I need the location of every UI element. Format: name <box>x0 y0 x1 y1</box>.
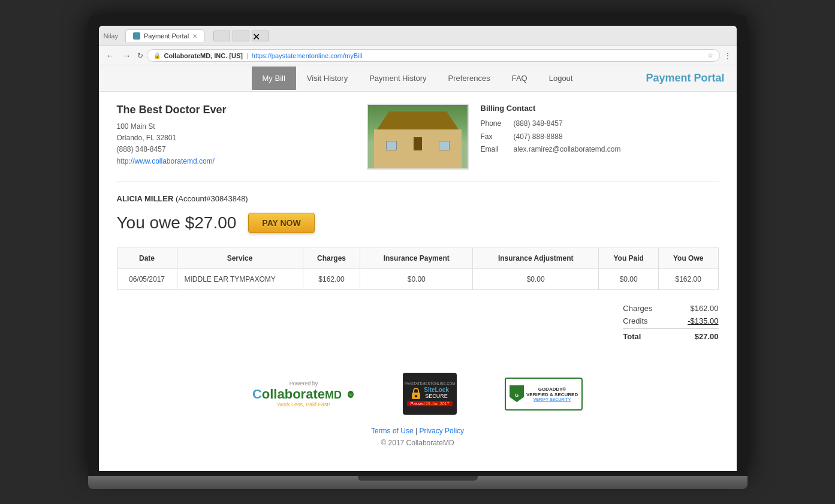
maximize-button[interactable] <box>233 31 249 41</box>
address-url: https://paystatementonline.com/myBill <box>252 52 363 59</box>
table-cell: $0.00 <box>599 269 659 290</box>
total-label: Total <box>623 332 641 341</box>
back-button[interactable]: ← <box>104 50 117 62</box>
sitelock-site-text: SiteLock <box>424 387 449 393</box>
account-close: ) <box>245 194 248 203</box>
credits-row: Credits -$135.00 <box>623 315 718 327</box>
credits-value: -$135.00 <box>677 316 719 325</box>
col-header-ins-payment: Insurance Payment <box>360 248 473 269</box>
table-cell: 06/05/2017 <box>117 269 177 290</box>
godaddy-badge[interactable]: G GODADDY® VERIFIED & SECURED VERIFY SEC… <box>505 378 583 411</box>
lock-icon: 🔒 <box>153 52 161 59</box>
sitelock-badge[interactable]: PAYSTATEMENTONLINE.COM <box>403 373 457 415</box>
godaddy-shield-icon: G <box>510 385 524 402</box>
work-less-text: Work Less, Paid Fast! <box>278 402 330 408</box>
practice-website[interactable]: http://www.collaboratemd.com/ <box>117 157 215 165</box>
total-row: Total $27.00 <box>623 328 718 343</box>
nav-item-logout[interactable]: Logout <box>538 67 584 90</box>
privacy-link[interactable]: Privacy Policy <box>419 427 464 435</box>
patient-name: ALICIA MILLER <box>117 194 174 203</box>
practice-name: The Best Doctor Ever <box>117 104 355 116</box>
sitelock-main-text: SiteLock SECURE <box>424 387 449 399</box>
page-footer: Powered by CollaborateMD Work Less, Paid… <box>117 355 719 459</box>
collaborate-leaf-icon <box>346 388 355 396</box>
godaddy-verify: VERIFY SECURITY <box>526 397 578 402</box>
nav-item-paymenthistory[interactable]: Payment History <box>358 67 437 90</box>
portal-brand: Payment Portal <box>646 72 724 84</box>
address-bar[interactable]: 🔒 CollaborateMD, INC. [US] | https://pay… <box>147 49 720 62</box>
close-button[interactable]: ✕ <box>252 31 269 41</box>
sitelock-lock-icon <box>411 387 421 400</box>
godaddy-text-area: GODADDY® VERIFIED & SECURED VERIFY SECUR… <box>526 387 578 402</box>
nav-items: My Bill Visit History Payment History Pr… <box>111 67 725 90</box>
practice-image <box>367 104 469 170</box>
col-header-date: Date <box>117 248 177 269</box>
sitelock-top-text: PAYSTATEMENTONLINE.COM <box>405 382 455 385</box>
address-line1: 100 Main St <box>117 121 355 132</box>
billing-phone-value: (888) 348-8457 <box>514 117 563 131</box>
footer-separator: | <box>415 427 417 435</box>
window-controls: Nilay <box>104 32 118 40</box>
table-cell: $162.00 <box>303 269 360 290</box>
laptop-shell: Nilay Payment Portal ✕ ✕ ← → ↻ <box>88 15 747 489</box>
patient-section: ALICIA MILLER (Account#30843848) You owe… <box>117 194 719 343</box>
table-cell: MIDDLE EAR TYMPAXOMY <box>177 269 303 290</box>
billing-fax-value: (407) 888-8888 <box>514 131 563 144</box>
pay-now-button[interactable]: PAY NOW <box>248 213 314 233</box>
amount-owed-prefix: You owe <box>117 213 180 232</box>
browser-tab[interactable]: Payment Portal ✕ <box>125 29 205 42</box>
sitelock-passed-text: Passed 29-Jun-2017 <box>407 401 453 406</box>
billing-fax-label: Fax <box>481 131 508 144</box>
reload-button[interactable]: ↻ <box>137 52 143 60</box>
billing-fax-row: Fax (407) 888-8888 <box>481 131 719 144</box>
browser-menu-icon[interactable]: ⋮ <box>724 51 732 61</box>
page-content: My Bill Visit History Payment History Pr… <box>99 65 737 471</box>
col-header-charges: Charges <box>303 248 360 269</box>
table-cell: $162.00 <box>658 269 718 290</box>
patient-name-row: ALICIA MILLER (Account#30843848) <box>117 194 719 203</box>
minimize-button[interactable] <box>213 31 230 41</box>
screen-bezel: Nilay Payment Portal ✕ ✕ ← → ↻ <box>88 15 747 476</box>
collaborate-logo: Powered by CollaborateMD Work Less, Paid… <box>252 381 355 408</box>
charges-value: $162.00 <box>677 304 719 313</box>
collaborate-rest: ollaborate <box>262 387 325 402</box>
footer-links: Terms of Use | Privacy Policy <box>129 427 707 435</box>
billing-title: Billing Contact <box>481 104 719 113</box>
nav-item-faq[interactable]: FAQ <box>501 67 538 90</box>
browser-titlebar: Nilay Payment Portal ✕ ✕ <box>99 26 737 46</box>
tab-title: Payment Portal <box>144 32 189 40</box>
address-separator: | <box>246 52 248 59</box>
billing-phone-row: Phone (888) 348-8457 <box>481 117 719 131</box>
godaddy-brand: GODADDY® <box>526 387 578 392</box>
charges-label: Charges <box>623 304 652 313</box>
billing-phone-label: Phone <box>481 117 508 131</box>
nav-item-preferences[interactable]: Preferences <box>438 67 501 90</box>
table-cell: $0.00 <box>472 269 598 290</box>
charges-row: Charges $162.00 <box>623 302 718 315</box>
nav-item-visithistory[interactable]: Visit History <box>296 67 358 90</box>
site-navigation: My Bill Visit History Payment History Pr… <box>99 65 737 92</box>
forward-button[interactable]: → <box>120 50 134 62</box>
billing-contact: Billing Contact Phone (888) 348-8457 Fax… <box>481 104 719 170</box>
browser-window: Nilay Payment Portal ✕ ✕ ← → ↻ <box>99 26 737 471</box>
nav-item-mybill[interactable]: My Bill <box>252 67 296 90</box>
account-number: 30843848 <box>211 194 246 203</box>
col-header-you-owe: You Owe <box>658 248 718 269</box>
godaddy-verified: VERIFIED & SECURED <box>526 392 578 397</box>
amount-due-text: You owe $27.00 <box>117 213 237 233</box>
browser-toolbar: ← → ↻ 🔒 CollaborateMD, INC. [US] | https… <box>99 46 737 65</box>
bookmark-icon[interactable]: ☆ <box>707 52 713 59</box>
totals-section: Charges $162.00 Credits -$135.00 Total $… <box>117 302 719 343</box>
practice-phone: (888) 348-8457 <box>117 144 355 155</box>
window-title: Nilay <box>104 32 118 40</box>
collaborate-brand: CollaborateMD <box>252 388 355 401</box>
billing-email-row: Email alex.ramirez@collaboratemd.com <box>481 143 719 156</box>
tab-close-button[interactable]: ✕ <box>192 33 197 40</box>
amount-due-row: You owe $27.00 PAY NOW <box>117 213 719 233</box>
table-row: 06/05/2017MIDDLE EAR TYMPAXOMY$162.00$0.… <box>117 269 718 290</box>
tab-favicon <box>133 32 140 40</box>
total-value: $27.00 <box>677 332 719 341</box>
svg-rect-1 <box>415 395 417 397</box>
col-header-ins-adjustment: Insurance Adjustment <box>472 248 598 269</box>
terms-link[interactable]: Terms of Use <box>371 427 414 435</box>
